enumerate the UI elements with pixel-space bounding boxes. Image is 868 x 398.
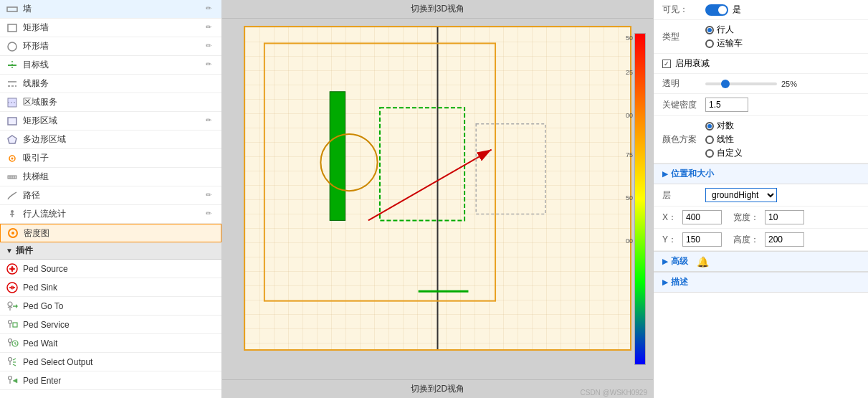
sidebar-item-ped-service[interactable]: Ped Service [0,316,221,334]
color-radio-custom[interactable]: 自定义 [705,147,743,159]
edit-icon: ✏ [206,23,216,33]
visible-value: 是 [705,4,859,16]
sidebar-item-rect-wall-label: 矩形墙 [23,22,206,34]
section-arrow: ▼ [6,247,13,255]
plugin-section-header[interactable]: ▼ 插件 [0,242,221,260]
y-label: Y： [662,234,677,246]
type-radio-group: 行人 运输车 [705,24,743,49]
sidebar-item-rect-wall[interactable]: 矩形墙 ✏ [0,19,221,37]
y-input[interactable] [682,232,722,247]
attenuation-checkbox[interactable] [662,60,671,68]
radio-log-dot [705,122,714,131]
sidebar-item-ped-flow[interactable]: 行人流统计 ✏ [0,205,221,224]
svg-rect-1 [8,24,16,32]
sidebar-item-escalator[interactable]: 扶梯组 [0,168,221,186]
position-section-label: 位置和大小 [671,168,714,180]
sidebar-item-target-line[interactable]: 目标线 ✏ [0,56,221,75]
key-density-row: 关键密度 [654,94,868,116]
type-radio-pedestrian[interactable]: 行人 [705,24,743,36]
wall-icon [6,3,19,16]
x-width-row: X： 宽度： [654,207,868,229]
area-service-icon [6,96,19,109]
section-header-label: 插件 [16,245,33,257]
visible-toggle[interactable] [705,4,728,16]
ped-wait-icon [6,337,19,350]
enable-attenuation-row[interactable]: 启用衰减 [654,54,868,74]
sidebar-item-path[interactable]: 路径 ✏ [0,186,221,205]
edit-icon: ✏ [206,42,216,52]
advanced-icon: 🔔 [697,256,709,267]
canvas-background [244,26,631,351]
type-pedestrian-label: 行人 [717,24,734,36]
sidebar-item-attractor-label: 吸引子 [23,152,216,164]
sidebar-item-area-service[interactable]: 区域服务 [0,93,221,112]
svg-rect-0 [7,7,17,11]
main-canvas-area: 切换到3D视角 [222,0,653,398]
sidebar-item-attractor[interactable]: 吸引子 [0,149,221,168]
sidebar-item-wall-label: 墙 [23,3,206,15]
layer-label: 层 [662,189,705,202]
svg-marker-50 [13,379,17,383]
sidebar-item-area-service-label: 区域服务 [23,96,216,108]
sidebar-item-ped-enter[interactable]: Ped Enter [0,371,221,390]
radio-pedestrian-dot [705,26,714,34]
sidebar-item-ped-sink[interactable]: Ped Sink [0,278,221,297]
advanced-label: 高级 [671,255,688,267]
color-radio-log[interactable]: 对数 [705,120,743,132]
canvas-area[interactable]: 50 25 00 75 50 00 [222,19,653,379]
transparency-value: 25% [705,80,859,88]
edit-icon: ✏ [206,4,216,14]
width-input[interactable] [765,210,804,224]
advanced-arrow: ▶ [662,257,668,265]
switch-2d-label: 切换到2D视角 [411,384,464,394]
sidebar-item-line-service[interactable]: 线服务 [0,75,221,93]
sidebar-item-ped-source[interactable]: Ped Source [0,260,221,278]
type-row: 类型 行人 运输车 [654,20,868,54]
x-input[interactable] [682,210,722,224]
scale-100: 00 [626,112,633,119]
description-arrow: ▶ [662,278,668,286]
key-density-value [705,98,859,112]
sidebar-item-wall[interactable]: 墙 ✏ [0,0,221,19]
scale-top: 50 [626,34,633,42]
sidebar-item-polygon-area[interactable]: 多边形区域 [0,131,221,149]
sidebar-item-ped-goto[interactable]: Ped Go To [0,297,221,316]
sidebar-item-ped-goto-label: Ped Go To [23,301,216,311]
switch-3d-label: 切换到3D视角 [411,4,464,14]
ped-service-icon [6,318,19,331]
key-density-input[interactable] [705,98,748,112]
transparency-percent: 25% [781,80,797,88]
layer-value: groundHight [705,188,859,202]
attractor-icon [6,152,19,165]
transparency-row: 透明 25% [654,74,868,94]
color-scheme-row: 颜色方案 对数 线性 自定义 [654,116,868,164]
sidebar-item-circle-wall[interactable]: 环形墙 ✏ [0,37,221,56]
grid-svg [245,27,630,349]
sidebar-item-ped-select-output[interactable]: Ped Select Output [0,353,221,371]
color-scheme-label: 颜色方案 [662,133,705,146]
radio-linear-dot [705,136,714,144]
sidebar-item-density-map[interactable]: 密度图 [0,224,221,242]
layer-select[interactable]: groundHight [705,188,777,202]
svg-point-43 [9,357,12,361]
sidebar-item-ped-select-output-label: Ped Select Output [23,357,216,367]
type-radio-vehicle[interactable]: 运输车 [705,37,743,49]
sidebar-item-rect-area[interactable]: 矩形区域 ✏ [0,112,221,131]
ped-sink-icon [6,281,19,294]
svg-rect-9 [8,118,16,125]
description-section-title[interactable]: ▶ 描述 [654,272,868,293]
switch-3d-button[interactable]: 切换到3D视角 [222,0,653,19]
sidebar-item-density-map-label: 密度图 [24,227,215,240]
advanced-section-title[interactable]: ▶ 高级 🔔 [654,251,868,272]
ped-goto-icon [6,300,19,313]
polygon-area-icon [6,133,19,146]
rect-area-icon [6,115,19,128]
height-input[interactable] [765,232,804,247]
key-density-label: 关键密度 [662,99,705,111]
transparency-slider[interactable] [705,82,777,85]
color-radio-linear[interactable]: 线性 [705,133,743,146]
sidebar-item-ped-wait[interactable]: Ped Wait [0,334,221,353]
position-section-title[interactable]: ▶ 位置和大小 [654,164,868,184]
scale-200: 00 [626,237,633,245]
escalator-icon [6,171,19,184]
